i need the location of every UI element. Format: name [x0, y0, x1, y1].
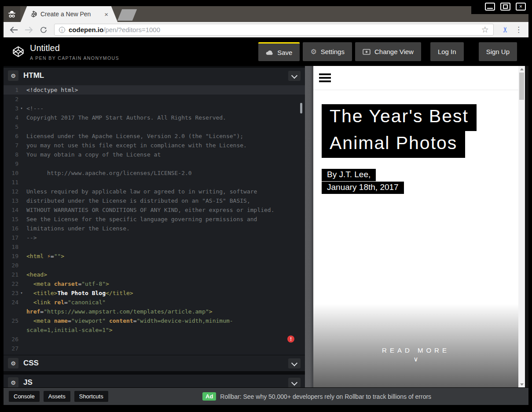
browser-menu-icon[interactable]: ⋮	[515, 25, 522, 34]
browser-toolbar: i codepen.io/pen/?editors=1000 ☆ ✂ ⋮	[4, 22, 528, 37]
code-line[interactable]: 8You may obtain a copy of the License at	[4, 150, 305, 159]
code-line[interactable]: 7you may not use this file except in com…	[4, 141, 305, 150]
back-icon[interactable]	[10, 26, 18, 33]
code-token: </title>	[106, 290, 133, 296]
code-line[interactable]: 14WITHOUT WARRANTIES OR CONDITIONS OF AN…	[4, 205, 305, 215]
code-text: WITHOUT WARRANTIES OR CONDITIONS OF ANY …	[25, 205, 275, 215]
fold-gutter	[18, 187, 25, 196]
code-line[interactable]: 3▾<!---	[4, 104, 305, 113]
code-line[interactable]: 12Unless required by applicable law or a…	[4, 187, 305, 196]
code-line[interactable]: 2	[4, 95, 305, 104]
css-panel-header[interactable]: ⚙ CSS	[4, 355, 305, 371]
save-button[interactable]: Save	[258, 42, 300, 61]
js-panel-header[interactable]: ⚙ JS	[4, 375, 305, 387]
code-token: <meta	[33, 317, 54, 324]
preview-scrollbar-thumb[interactable]	[519, 73, 524, 100]
page-info-icon[interactable]: i	[59, 27, 65, 33]
code-line[interactable]: 23▾ <title>The Photo Blog</title>	[4, 288, 305, 298]
code-token: The Photo Blog	[57, 290, 106, 296]
editor-scrollbar-thumb[interactable]	[300, 103, 302, 113]
log-in-button[interactable]: Log In	[430, 42, 464, 61]
code-text: <html ⚡="">	[25, 252, 64, 261]
new-tab-button[interactable]	[117, 9, 137, 21]
error-badge[interactable]: !	[287, 335, 294, 343]
ad-banner[interactable]: Ad Rollbar: See why 50,000+ developers r…	[202, 392, 431, 401]
scroll-down-arrow-icon[interactable]	[518, 381, 525, 387]
html-collapse-chevron-icon[interactable]	[288, 71, 301, 81]
code-line[interactable]: 22 <meta charset="utf-8">	[4, 279, 305, 288]
code-line[interactable]: 26!	[4, 335, 305, 344]
fold-gutter	[18, 131, 25, 141]
window-minimize-button[interactable]	[485, 3, 495, 11]
code-line[interactable]: 15See the License for the specific langu…	[4, 215, 305, 224]
code-line[interactable]: 21<head>	[4, 270, 305, 279]
codepen-header: Untitled A PEN BY CAPTAIN ANONYMOUS Save…	[4, 37, 528, 66]
editor-preview-splitter[interactable]	[305, 66, 313, 387]
article-byline-author: By J.T. Lee,	[322, 169, 376, 181]
code-token: =	[64, 299, 68, 306]
hamburger-menu-icon[interactable]	[319, 73, 331, 82]
fold-gutter	[18, 215, 25, 224]
code-line[interactable]: 19<html ⚡="">	[4, 252, 305, 261]
code-line[interactable]: 4Copyright 2017 The AMP Start Authors. A…	[4, 113, 305, 122]
scroll-up-arrow-icon[interactable]	[518, 66, 525, 72]
settings-button[interactable]: ⚙ Settings	[303, 42, 352, 61]
fold-gutter	[18, 205, 25, 215]
browser-tab[interactable]: Create a New Pen ×	[27, 6, 111, 22]
tab-title: Create a New Pen	[40, 11, 91, 18]
code-token: =	[40, 308, 44, 315]
js-collapse-chevron-icon[interactable]	[288, 378, 301, 388]
pen-title[interactable]: Untitled	[30, 43, 119, 53]
line-number: 4	[4, 113, 18, 122]
fold-arrow-icon[interactable]: ▾	[18, 288, 25, 298]
code-line[interactable]: 11	[4, 178, 305, 187]
code-line[interactable]: 16limitations under the License.	[4, 224, 305, 233]
css-gear-icon[interactable]: ⚙	[8, 358, 18, 368]
code-token: "width=device-width,minimum-	[137, 317, 233, 324]
html-gear-icon[interactable]: ⚙	[8, 70, 18, 81]
change-view-button[interactable]: Change View	[355, 42, 421, 61]
read-more-link[interactable]: READ MORE ∨	[313, 346, 518, 363]
code-line[interactable]: 13distributed under the License is distr…	[4, 196, 305, 205]
html-panel-header[interactable]: ⚙ HTML	[4, 68, 305, 84]
html-code-editor[interactable]: 1<!doctype html>23▾<!---4Copyright 2017 …	[4, 84, 305, 355]
code-line[interactable]: 10 http://www.apache.org/licenses/LICENS…	[4, 168, 305, 178]
code-line[interactable]: 9	[4, 159, 305, 168]
codepen-logo-icon[interactable]	[12, 46, 24, 58]
css-collapse-chevron-icon[interactable]	[288, 358, 301, 368]
fold-gutter	[18, 316, 25, 335]
sign-up-button[interactable]: Sign Up	[479, 42, 517, 61]
js-gear-icon[interactable]: ⚙	[8, 377, 18, 387]
ad-text: Rollbar: See why 50,000+ developers rely…	[220, 393, 431, 400]
code-line[interactable]: 27	[4, 344, 305, 353]
fold-gutter	[18, 85, 25, 95]
line-number: 18	[4, 242, 18, 252]
bookmark-star-icon[interactable]: ☆	[481, 25, 489, 35]
line-number: 13	[4, 196, 18, 205]
shortcuts-button[interactable]: Shortcuts	[74, 391, 108, 402]
fold-arrow-icon[interactable]: ▾	[18, 104, 25, 113]
code-line[interactable]: 18	[4, 242, 305, 252]
code-line[interactable]: 1<!doctype html>	[4, 85, 305, 95]
code-line[interactable]: 25 <meta name="viewport" content="width=…	[4, 316, 305, 335]
code-line[interactable]: 17-->	[4, 233, 305, 242]
preview-scrollbar[interactable]	[518, 66, 525, 387]
code-token	[26, 290, 33, 296]
code-line[interactable]: 24 <link rel="canonical"href="https://ww…	[4, 298, 305, 316]
fold-gutter	[18, 270, 25, 279]
code-line[interactable]: 5	[4, 122, 305, 131]
forward-icon[interactable]	[25, 26, 33, 33]
code-token: ""	[54, 253, 61, 259]
console-button[interactable]: Console	[9, 391, 40, 402]
code-token: ⚡	[47, 253, 51, 259]
address-bar[interactable]: i codepen.io/pen/?editors=1000 ☆	[54, 24, 494, 36]
window-maximize-button[interactable]	[500, 3, 510, 11]
line-number: 11	[4, 178, 18, 187]
assets-button[interactable]: Assets	[44, 391, 70, 402]
reload-icon[interactable]	[40, 26, 48, 34]
window-close-button[interactable]: ×	[516, 3, 526, 11]
code-line[interactable]: 6Licensed under the Apache License, Vers…	[4, 131, 305, 141]
extension-scissors-icon[interactable]: ✂	[500, 26, 510, 33]
tab-close-icon[interactable]: ×	[104, 11, 108, 18]
code-line[interactable]: 20	[4, 261, 305, 270]
